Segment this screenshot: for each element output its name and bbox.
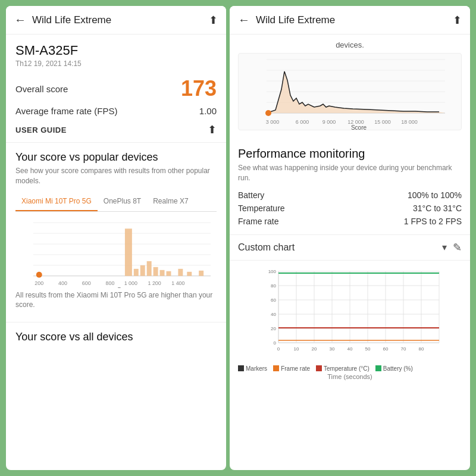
svg-text:30: 30 <box>330 346 335 352</box>
perf-subtitle: See what was happening inside your devic… <box>238 163 462 183</box>
legend-framerate-label: Frame rate <box>281 365 310 372</box>
svg-text:40: 40 <box>271 312 276 317</box>
svg-text:800: 800 <box>106 280 115 286</box>
legend-markers: Markers <box>238 365 267 372</box>
svg-text:Score: Score <box>351 124 367 130</box>
svg-text:60: 60 <box>271 298 276 303</box>
svg-rect-11 <box>160 270 165 275</box>
chart-note: All results from the Xiaomi Mi 10T Pro 5… <box>15 290 217 311</box>
legend-temperature-label: Temperature (°C) <box>324 365 369 372</box>
svg-text:1 200: 1 200 <box>148 280 161 286</box>
comparison-chart: 200 400 600 800 1 000 1 200 1 400 Score <box>15 217 217 288</box>
custom-chart-row: Custom chart ▾ ✎ <box>230 235 470 261</box>
svg-text:15 000: 15 000 <box>374 119 391 125</box>
svg-rect-10 <box>154 267 158 275</box>
svg-text:80: 80 <box>271 283 276 289</box>
overall-score-value: 173 <box>181 76 217 101</box>
user-guide-label: USER GUIDE <box>15 126 67 134</box>
svg-text:60: 60 <box>383 346 389 352</box>
svg-text:40: 40 <box>347 346 353 352</box>
svg-text:18 000: 18 000 <box>401 119 418 125</box>
svg-point-16 <box>36 271 42 277</box>
right-header-title: Wild Life Extreme <box>256 14 453 26</box>
device-info-section: SM-A325F Th12 19, 2021 14:15 Overall sco… <box>6 35 226 143</box>
device-name: SM-A325F <box>15 43 217 58</box>
svg-text:10: 10 <box>294 346 299 352</box>
legend-markers-label: Markers <box>246 365 267 372</box>
overall-score-label: Overall score <box>15 84 68 94</box>
svg-text:70: 70 <box>401 346 406 352</box>
right-panel: ← Wild Life Extreme ⬆ devices. <box>230 6 470 470</box>
battery-color <box>375 365 381 371</box>
svg-text:3 000: 3 000 <box>266 119 280 125</box>
svg-text:9 000: 9 000 <box>322 119 336 125</box>
legend-battery-label: Battery (%) <box>383 365 413 372</box>
custom-chart-label: Custom chart <box>238 242 442 253</box>
svg-text:400: 400 <box>58 280 67 286</box>
legend-temperature: Temperature (°C) <box>316 365 369 372</box>
x-axis-label: Time (seconds) <box>238 373 462 380</box>
svg-rect-12 <box>167 271 171 275</box>
fps-value: 1.00 <box>199 106 217 116</box>
svg-text:100: 100 <box>268 269 277 274</box>
comparison-chart-svg: 200 400 600 800 1 000 1 200 1 400 Score <box>15 217 217 288</box>
framerate-value: 1 FPS to 2 FPS <box>404 217 462 226</box>
svg-text:0: 0 <box>274 340 277 346</box>
time-chart-container: Wild Life Extreme <box>230 261 470 386</box>
right-back-button[interactable]: ← <box>238 13 250 27</box>
svg-text:600: 600 <box>82 280 91 286</box>
right-header: ← Wild Life Extreme ⬆ <box>230 6 470 35</box>
left-back-button[interactable]: ← <box>14 13 26 27</box>
device-date: Th12 19, 2021 14:15 <box>15 60 217 68</box>
popular-devices-title: Your score vs popular devices <box>15 151 217 164</box>
legend-battery: Battery (%) <box>375 365 413 372</box>
right-share-button[interactable]: ⬆ <box>453 14 462 27</box>
svg-text:20: 20 <box>312 346 317 352</box>
svg-rect-13 <box>178 268 183 275</box>
left-header-title: Wild Life Extreme <box>32 14 209 26</box>
framerate-row: Frame rate 1 FPS to 2 FPS <box>238 217 462 226</box>
svg-text:200: 200 <box>35 280 43 286</box>
user-guide-share-icon[interactable]: ⬆ <box>208 123 217 136</box>
perf-title: Performance monitoring <box>238 147 462 161</box>
tab-xiaomi[interactable]: Xiaomi Mi 10T Pro 5G <box>15 192 98 211</box>
svg-text:Score: Score <box>117 285 133 287</box>
svg-rect-9 <box>147 261 152 276</box>
battery-label: Battery <box>238 190 264 200</box>
popular-devices-subtitle: See how your score compares with results… <box>15 166 217 186</box>
left-share-button[interactable]: ⬆ <box>209 14 218 27</box>
temperature-value: 31°C to 31°C <box>413 203 462 213</box>
svg-text:20: 20 <box>271 326 276 331</box>
svg-text:0: 0 <box>277 346 280 352</box>
svg-rect-8 <box>140 265 145 275</box>
device-tabs: Xiaomi Mi 10T Pro 5G OnePlus 8T Realme X… <box>15 192 217 212</box>
svg-rect-7 <box>134 268 139 275</box>
all-devices-section: Your score vs all devices <box>6 322 226 350</box>
svg-rect-6 <box>125 228 132 276</box>
scroll-hint: devices. <box>238 40 462 49</box>
battery-value: 100% to 100% <box>408 190 462 200</box>
chart-legend: Markers Frame rate Temperature (°C) Batt… <box>238 365 462 372</box>
custom-chart-dropdown-button[interactable]: ▾ <box>442 242 447 253</box>
svg-rect-14 <box>187 271 192 275</box>
all-devices-chart: 3 000 6 000 9 000 12 000 15 000 18 000 S… <box>238 53 462 130</box>
svg-marker-31 <box>267 71 445 113</box>
legend-framerate: Frame rate <box>273 365 310 372</box>
tab-oneplus[interactable]: OnePlus 8T <box>98 192 147 211</box>
svg-point-32 <box>265 110 271 116</box>
markers-color <box>238 365 244 371</box>
custom-chart-edit-button[interactable]: ✎ <box>453 241 462 254</box>
svg-rect-15 <box>199 270 203 275</box>
popular-devices-section: Your score vs popular devices See how yo… <box>6 143 226 322</box>
temperature-row: Temperature 31°C to 31°C <box>238 203 462 213</box>
right-top-content: devices. <box>230 35 470 141</box>
temperature-color <box>316 365 322 371</box>
framerate-label: Frame rate <box>238 217 278 226</box>
battery-row: Battery 100% to 100% <box>238 190 462 200</box>
tab-realme[interactable]: Realme X7 <box>147 192 194 211</box>
time-chart-svg: Wild Life Extreme <box>238 265 462 361</box>
svg-text:1 400: 1 400 <box>171 280 184 286</box>
all-devices-chart-svg: 3 000 6 000 9 000 12 000 15 000 18 000 S… <box>239 54 461 130</box>
framerate-color <box>273 365 279 371</box>
fps-label: Average frame rate (FPS) <box>15 106 117 116</box>
